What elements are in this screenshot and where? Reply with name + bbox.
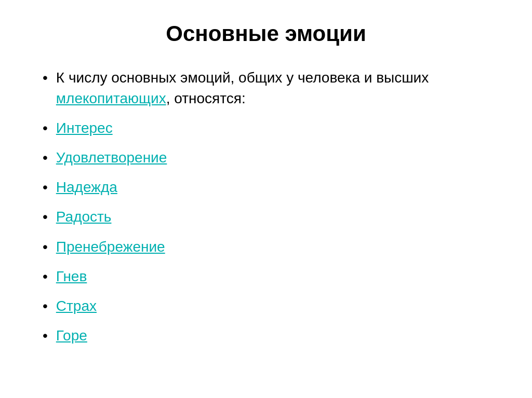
emotion-link-6[interactable]: Страх: [56, 298, 97, 314]
list-item: Горе: [43, 325, 489, 346]
emotion-item-text: Радость: [56, 207, 112, 227]
list-item-intro: К числу основных эмоций, общих у человек…: [43, 67, 489, 108]
list-item: Удовлетворение: [43, 147, 489, 168]
emotion-item-text: Интерес: [56, 118, 113, 138]
emotion-item-text: Гнев: [56, 266, 87, 286]
list-item: Радость: [43, 207, 489, 227]
emotion-link-5[interactable]: Гнев: [56, 268, 87, 284]
emotion-link-7[interactable]: Горе: [56, 327, 87, 344]
intro-text-after: , относятся:: [166, 90, 246, 106]
emotion-link-3[interactable]: Радость: [56, 209, 112, 225]
emotion-item-text: Удовлетворение: [56, 147, 167, 168]
content-wrapper: Основные эмоции К числу основных эмоций,…: [43, 21, 489, 355]
page-title: Основные эмоции: [43, 21, 489, 47]
emotion-link-1[interactable]: Удовлетворение: [56, 149, 167, 166]
mammals-link[interactable]: млекопитающих: [56, 90, 166, 106]
list-item: Страх: [43, 296, 489, 316]
intro-text: К числу основных эмоций, общих у человек…: [56, 67, 489, 108]
intro-text-before: К числу основных эмоций, общих у человек…: [56, 70, 429, 86]
emotion-item-text: Надежда: [56, 177, 117, 197]
emotion-link-0[interactable]: Интерес: [56, 120, 113, 136]
list-item: Интерес: [43, 118, 489, 138]
list-item: Пренебрежение: [43, 237, 489, 257]
emotion-item-text: Горе: [56, 325, 87, 346]
list-item: Надежда: [43, 177, 489, 197]
emotions-list: К числу основных эмоций, общих у человек…: [43, 67, 489, 346]
emotion-link-2[interactable]: Надежда: [56, 179, 117, 195]
emotion-item-text: Страх: [56, 296, 97, 316]
list-item: Гнев: [43, 266, 489, 286]
emotion-item-text: Пренебрежение: [56, 237, 165, 257]
emotion-link-4[interactable]: Пренебрежение: [56, 239, 165, 255]
